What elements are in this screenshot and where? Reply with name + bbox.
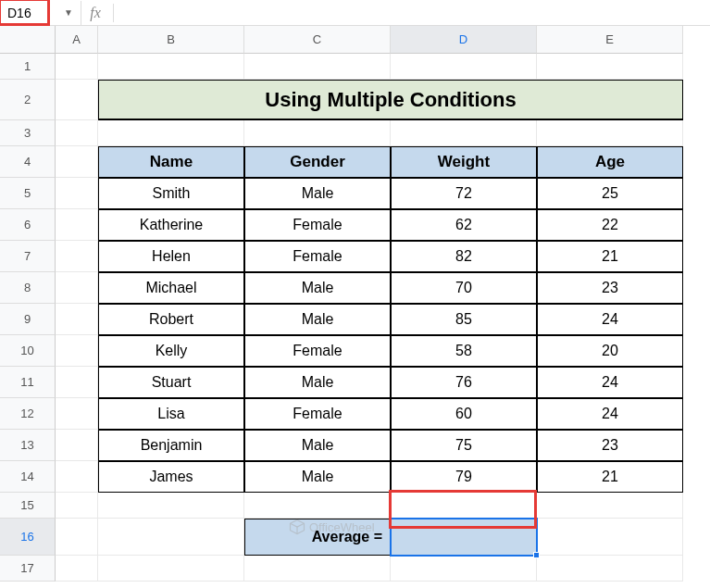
cell[interactable] [56, 556, 98, 582]
cell[interactable] [56, 178, 98, 209]
header-name[interactable]: Name [98, 146, 244, 178]
cell-name[interactable]: Michael [98, 272, 244, 304]
cell[interactable] [244, 556, 391, 582]
row-header-15[interactable]: 15 [0, 493, 56, 519]
row-header-4[interactable]: 4 [0, 146, 56, 178]
cell-name[interactable]: Katherine [98, 209, 244, 241]
name-box[interactable]: D16 ▼ [0, 1, 81, 25]
cell-weight[interactable]: 62 [391, 209, 537, 241]
cell-gender[interactable]: Male [244, 304, 391, 335]
row-header-10[interactable]: 10 [0, 335, 56, 367]
cell[interactable] [537, 556, 683, 582]
cell-age[interactable]: 23 [537, 272, 683, 304]
row-header-3[interactable]: 3 [0, 120, 56, 146]
cell-weight[interactable]: 58 [391, 335, 537, 367]
cell-name[interactable]: Stuart [98, 367, 244, 398]
row-header-9[interactable]: 9 [0, 304, 56, 335]
cell-name[interactable]: Benjamin [98, 430, 244, 461]
average-value-cell[interactable] [391, 519, 537, 556]
cell[interactable] [391, 556, 537, 582]
cell-weight[interactable]: 60 [391, 398, 537, 430]
row-header-6[interactable]: 6 [0, 209, 56, 241]
cell-name[interactable]: Helen [98, 241, 244, 272]
cell-weight[interactable]: 70 [391, 272, 537, 304]
cell[interactable] [56, 398, 98, 430]
cell[interactable] [56, 272, 98, 304]
row-header-8[interactable]: 8 [0, 272, 56, 304]
col-header-C[interactable]: C [244, 26, 391, 54]
cell[interactable] [56, 461, 98, 493]
row-header-13[interactable]: 13 [0, 430, 56, 461]
cell[interactable] [56, 80, 98, 120]
cell[interactable] [98, 556, 244, 582]
cell[interactable] [244, 54, 391, 80]
row-header-5[interactable]: 5 [0, 178, 56, 209]
cell-gender[interactable]: Male [244, 430, 391, 461]
cell[interactable] [244, 493, 391, 519]
name-box-dropdown-icon[interactable]: ▼ [64, 7, 73, 18]
cell-age[interactable]: 21 [537, 461, 683, 493]
cell-name[interactable]: Smith [98, 178, 244, 209]
cell[interactable] [537, 493, 683, 519]
cell-name[interactable]: Lisa [98, 398, 244, 430]
cell[interactable] [391, 493, 537, 519]
cell[interactable] [98, 120, 244, 146]
cell-gender[interactable]: Male [244, 178, 391, 209]
cell[interactable] [98, 493, 244, 519]
cell-gender[interactable]: Male [244, 367, 391, 398]
cell[interactable] [56, 209, 98, 241]
cell[interactable] [98, 519, 244, 556]
cell[interactable] [56, 519, 98, 556]
cell-gender[interactable]: Male [244, 272, 391, 304]
header-age[interactable]: Age [537, 146, 683, 178]
row-header-17[interactable]: 17 [0, 556, 56, 582]
average-label[interactable]: Average = [244, 519, 391, 556]
cell-weight[interactable]: 79 [391, 461, 537, 493]
cell-gender[interactable]: Female [244, 335, 391, 367]
cell[interactable] [56, 241, 98, 272]
cell-gender[interactable]: Female [244, 241, 391, 272]
cell-age[interactable]: 24 [537, 398, 683, 430]
cell-age[interactable]: 24 [537, 304, 683, 335]
cell-weight[interactable]: 85 [391, 304, 537, 335]
col-header-D[interactable]: D [391, 26, 537, 54]
cell-name[interactable]: Robert [98, 304, 244, 335]
cell[interactable] [537, 54, 683, 80]
cell[interactable] [56, 304, 98, 335]
row-header-14[interactable]: 14 [0, 461, 56, 493]
header-weight[interactable]: Weight [391, 146, 537, 178]
cell[interactable] [98, 54, 244, 80]
cell-weight[interactable]: 76 [391, 367, 537, 398]
cell-age[interactable]: 21 [537, 241, 683, 272]
cell[interactable] [56, 493, 98, 519]
cell[interactable] [56, 54, 98, 80]
row-header-2[interactable]: 2 [0, 80, 56, 120]
cell[interactable] [56, 367, 98, 398]
cell-gender[interactable]: Female [244, 209, 391, 241]
cell-weight[interactable]: 75 [391, 430, 537, 461]
cell[interactable] [391, 54, 537, 80]
cell-age[interactable]: 23 [537, 430, 683, 461]
cell-gender[interactable]: Female [244, 398, 391, 430]
cell[interactable] [537, 519, 683, 556]
cell-weight[interactable]: 82 [391, 241, 537, 272]
cell[interactable] [56, 430, 98, 461]
cell[interactable] [537, 120, 683, 146]
row-header-7[interactable]: 7 [0, 241, 56, 272]
cell[interactable] [244, 120, 391, 146]
cell-gender[interactable]: Male [244, 461, 391, 493]
cell[interactable] [391, 120, 537, 146]
title-cell[interactable]: Using Multiple Conditions [98, 80, 683, 120]
select-all-corner[interactable] [0, 26, 56, 54]
formula-input[interactable] [114, 1, 710, 25]
col-header-E[interactable]: E [537, 26, 683, 54]
cell-weight[interactable]: 72 [391, 178, 537, 209]
cell-grid[interactable]: Using Multiple Conditions Name Gender We… [56, 54, 683, 582]
cell-name[interactable]: Kelly [98, 335, 244, 367]
col-header-A[interactable]: A [56, 26, 98, 54]
header-gender[interactable]: Gender [244, 146, 391, 178]
fx-icon[interactable]: fx [81, 5, 109, 21]
cell-age[interactable]: 22 [537, 209, 683, 241]
cell[interactable] [56, 146, 98, 178]
col-header-B[interactable]: B [98, 26, 244, 54]
